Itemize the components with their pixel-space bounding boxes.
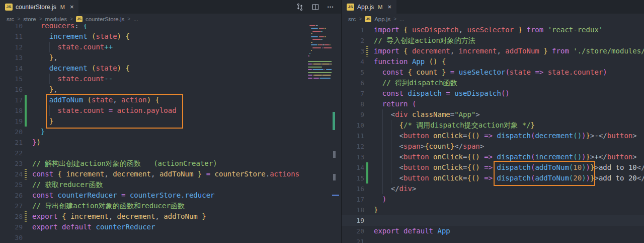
code-line[interactable]: 8 return ( [342, 99, 644, 109]
line-number[interactable]: 13 [342, 152, 364, 162]
code-line[interactable]: 13 <button onClick={() => dispatch(incre… [342, 152, 644, 162]
code-line[interactable]: 10 reducers: { [0, 24, 341, 31]
tab-app-js[interactable]: JS App.js M × [342, 0, 396, 14]
line-number[interactable]: 14 [342, 162, 364, 173]
line-number[interactable]: 19 [342, 215, 364, 226]
line-number[interactable]: 20 [342, 226, 364, 236]
line-number[interactable]: 10 [342, 120, 364, 131]
line-number[interactable]: 12 [342, 141, 364, 152]
code-line[interactable]: 15 <button onClick={() => dispatch(addTo… [342, 173, 644, 184]
code-line[interactable]: 20export default App [342, 226, 644, 236]
line-number[interactable]: 28 [0, 211, 23, 222]
close-icon[interactable]: × [388, 3, 392, 11]
line-number[interactable]: 22 [0, 148, 23, 158]
line-number[interactable]: 26 [0, 190, 23, 201]
code-line[interactable]: 30 [0, 232, 341, 243]
code-line[interactable]: 5 const { count } = useSelector(state =>… [342, 67, 644, 78]
line-number[interactable]: 16 [0, 84, 23, 95]
code-line[interactable]: 20 } [0, 127, 341, 137]
code-line[interactable]: 6 // 得到dispatch函数 [342, 78, 644, 88]
code-line[interactable]: 26const counterReducer = counterStore.re… [0, 190, 341, 201]
line-number[interactable]: 21 [342, 236, 364, 243]
code-line[interactable]: 16 }, [0, 84, 341, 95]
code-line[interactable]: 13 }, [0, 52, 341, 63]
code-line[interactable]: 23// 解构出创建action对象的函数 (actionCreater) [0, 158, 341, 169]
line-number[interactable]: 15 [342, 173, 364, 184]
code-line[interactable]: 18} [342, 205, 644, 215]
code-line[interactable]: 21 [342, 236, 644, 243]
code-line[interactable]: 25// 获取reducer函数 [0, 179, 341, 190]
line-number[interactable]: 30 [0, 232, 23, 243]
line-number[interactable]: 19 [0, 116, 23, 127]
line-number[interactable]: 4 [342, 56, 364, 67]
code-line[interactable]: 19 [342, 215, 644, 226]
tab-counterstore-js[interactable]: JS counterStore.js M × [0, 0, 78, 14]
line-number[interactable]: 7 [342, 88, 364, 99]
line-number[interactable]: 6 [342, 78, 364, 88]
breadcrumb-item[interactable]: src [348, 16, 356, 22]
code-line[interactable]: 7 const dispatch = useDispatch() [342, 88, 644, 99]
line-number[interactable]: 12 [0, 42, 23, 52]
code-line[interactable]: 14 <button onClick={() => dispatch(addTo… [342, 162, 644, 173]
code-line[interactable]: 15 state.count-- [0, 74, 341, 84]
line-number[interactable]: 20 [0, 127, 23, 137]
code-line[interactable]: 18 state.count = action.payload [0, 105, 341, 116]
code-line[interactable]: 22 [0, 148, 341, 158]
code-line[interactable]: 24const { increment, decrement, addToNum… [0, 169, 341, 179]
line-number[interactable]: 17 [342, 194, 364, 205]
line-number[interactable]: 11 [0, 31, 23, 42]
close-icon[interactable]: × [70, 3, 74, 11]
line-number[interactable]: 15 [0, 74, 23, 84]
code-line[interactable]: 17 addToNum (state, action) { [0, 95, 341, 105]
line-number[interactable]: 2 [342, 35, 364, 46]
line-number[interactable]: 18 [342, 205, 364, 215]
breadcrumb-item[interactable]: ... [399, 16, 405, 22]
code-line[interactable]: 11 increment (state) { [0, 31, 341, 42]
code-line[interactable]: 16 </div> [342, 184, 644, 194]
open-changes-icon[interactable] [296, 3, 304, 11]
code-line[interactable]: 3import { decrement, increment, addToNum… [342, 46, 644, 56]
code-line[interactable]: 9 <div className="App"> [342, 109, 644, 120]
split-editor-icon[interactable] [311, 3, 319, 11]
code-line[interactable]: 14 decrement (state) { [0, 63, 341, 74]
code-line[interactable]: 1import { useDispatch, useSelector } fro… [342, 25, 644, 35]
line-number[interactable]: 17 [0, 95, 23, 105]
breadcrumb-item[interactable]: modules [45, 16, 67, 22]
line-number[interactable]: 14 [0, 63, 23, 74]
line-number[interactable]: 5 [342, 67, 364, 78]
editor-right[interactable]: 1import { useDispatch, useSelector } fro… [342, 24, 644, 243]
code-line[interactable]: 28export { increment, decrement, addToNu… [0, 211, 341, 222]
code-line[interactable]: 21}) [0, 137, 341, 148]
line-number[interactable]: 8 [342, 99, 364, 109]
code-line[interactable]: 17 ) [342, 194, 644, 205]
line-number[interactable]: 13 [0, 52, 23, 63]
line-number[interactable]: 16 [342, 184, 364, 194]
code-line[interactable]: 27// 导出创建action对象的函数和reducer函数 [0, 201, 341, 211]
line-number[interactable]: 9 [342, 109, 364, 120]
line-number[interactable]: 29 [0, 222, 23, 232]
editor-left[interactable]: 10 reducers: {11 increment (state) {12 s… [0, 24, 341, 243]
line-number[interactable]: 3 [342, 46, 364, 56]
breadcrumb-item[interactable]: App.js [374, 16, 390, 22]
code-line[interactable]: 2// 导入创建action对象的方法 [342, 35, 644, 46]
line-number[interactable]: 25 [0, 179, 23, 190]
breadcrumb-item[interactable]: src [7, 16, 14, 22]
minimap[interactable] [307, 24, 332, 243]
line-number[interactable]: 1 [342, 25, 364, 35]
code-line[interactable]: 29export default counterReducer [0, 222, 341, 232]
line-number[interactable]: 11 [342, 131, 364, 141]
line-number[interactable]: 27 [0, 201, 23, 211]
code-line[interactable]: 10 {/* 调用dispatch提交action对象 */} [342, 120, 644, 131]
code-line[interactable]: 4function App () { [342, 56, 644, 67]
line-number[interactable]: 21 [0, 137, 23, 148]
line-number[interactable]: 24 [0, 169, 23, 179]
breadcrumb-item[interactable]: counterStore.js [86, 16, 124, 22]
code-line[interactable]: 12 state.count++ [0, 42, 341, 52]
breadcrumb-item[interactable]: store [23, 16, 36, 22]
line-number[interactable]: 23 [0, 158, 23, 169]
more-actions-icon[interactable]: ⋯ [327, 3, 334, 11]
line-number[interactable]: 18 [0, 105, 23, 116]
code-line[interactable]: 11 <button onClick={() => dispatch(decre… [342, 131, 644, 141]
line-number[interactable]: 10 [0, 24, 23, 31]
code-line[interactable]: 19 } [0, 116, 341, 127]
